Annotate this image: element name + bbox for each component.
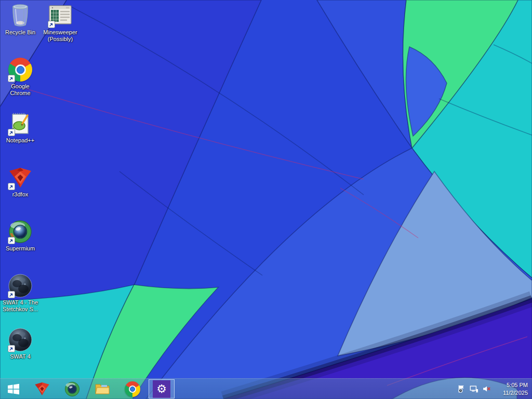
clock-date: 11/2/2025 [495, 389, 528, 396]
chrome-icon [125, 381, 140, 397]
taskbar-item-file-explorer[interactable] [87, 379, 117, 399]
gear-icon: ⚙ [156, 383, 167, 395]
desktop-icon-swat4-stetchkov[interactable]: SWAT 4 - The Stetchkov S... [1, 273, 40, 313]
taskbar-item-r3dfox[interactable] [27, 379, 57, 399]
desktop-icon-notepad-plus-plus[interactable]: Notepad++ [1, 111, 40, 144]
chrome-icon-hub [130, 387, 135, 392]
clock-time: 5:05 PM [495, 381, 528, 389]
desktop-icon-label: Supermium [6, 245, 35, 252]
desktop-icon-swat4[interactable]: SWAT 4 [1, 327, 40, 360]
file-explorer-folder-icon [95, 382, 110, 396]
desktop-icon-minesweeper[interactable]: Minesweeper (Possibly) [41, 3, 80, 43]
desktop-icon-recycle-bin[interactable]: Recycle Bin [1, 3, 40, 36]
r3dfox-icon [34, 381, 50, 396]
shortcut-arrow-icon [8, 345, 15, 352]
desktop-icon-google-chrome[interactable]: Google Chrome [1, 57, 40, 97]
desktop-icon-label: Minesweeper (Possibly) [41, 29, 79, 43]
volume-muted-icon[interactable] [482, 384, 491, 393]
supermium-orb-icon [64, 381, 80, 397]
recycle-bin-icon [8, 3, 33, 28]
desktop-icon-label: Notepad++ [6, 137, 34, 144]
windows-logo-icon [7, 383, 20, 395]
desktop-icon-supermium[interactable]: Supermium [1, 219, 40, 252]
taskbar-item-supermium[interactable] [57, 379, 87, 399]
desktop-icon-label: Recycle Bin [5, 29, 35, 36]
settings-tile: ⚙ [153, 380, 170, 398]
desktop-surface[interactable]: Recycle Bin Minesweeper (Possibly) [0, 0, 532, 399]
desktop-icon-label: r3dfox [12, 191, 29, 198]
shortcut-arrow-icon [48, 21, 55, 28]
shortcut-arrow-icon [8, 75, 15, 82]
wallpaper-balloon-image [0, 0, 532, 399]
action-center-flag-icon[interactable] [457, 384, 466, 393]
desktop-icon-label: SWAT 4 - The Stetchkov S... [1, 299, 39, 313]
shortcut-arrow-icon [8, 291, 15, 298]
desktop-icon-label: SWAT 4 [10, 353, 31, 360]
taskbar-item-chrome[interactable] [117, 379, 148, 399]
shortcut-arrow-icon [8, 237, 15, 244]
shortcut-arrow-icon [8, 129, 15, 136]
system-tray: 5:05 PM 11/2/2025 [457, 379, 532, 399]
taskbar-clock[interactable]: 5:05 PM 11/2/2025 [495, 381, 528, 396]
start-button[interactable] [0, 379, 27, 399]
taskbar: ⚙ [0, 378, 532, 399]
taskbar-item-settings-active[interactable]: ⚙ [149, 379, 175, 398]
chrome-icon-hub [17, 66, 24, 74]
desktop-icon-label: Google Chrome [5, 83, 35, 97]
desktop-icon-r3dfox[interactable]: r3dfox [1, 165, 40, 198]
network-icon[interactable] [470, 384, 478, 393]
shortcut-arrow-icon [8, 183, 15, 190]
